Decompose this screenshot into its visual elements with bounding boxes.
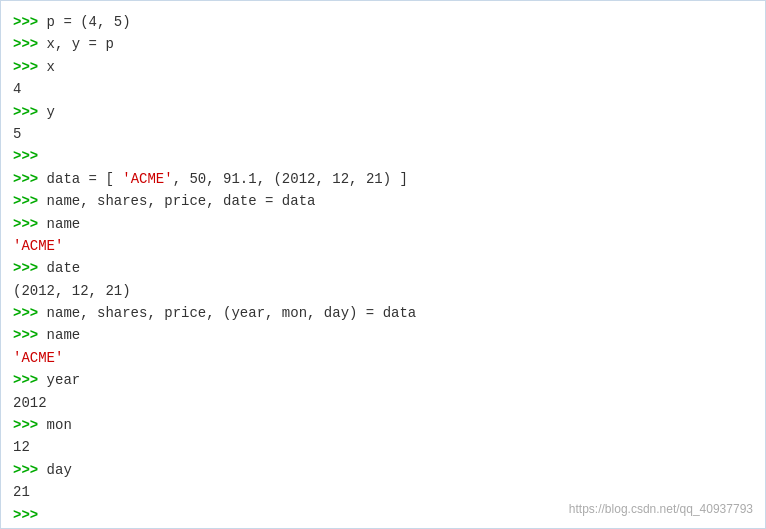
code-text: name, shares, price, date = data <box>47 193 316 209</box>
prompt: >>> <box>13 417 47 433</box>
terminal-line: >>> day <box>13 459 753 481</box>
prompt: >>> <box>13 193 47 209</box>
terminal-line: >>> x <box>13 56 753 78</box>
code-text: day <box>47 462 72 478</box>
string-literal: 'ACME' <box>122 171 172 187</box>
code-text: p = (4, 5) <box>47 14 131 30</box>
output-text: 5 <box>13 126 21 142</box>
prompt: >>> <box>13 507 47 523</box>
prompt: >>> <box>13 148 47 164</box>
prompt: >>> <box>13 372 47 388</box>
terminal-line: 'ACME' <box>13 347 753 369</box>
terminal-line: 'ACME' <box>13 235 753 257</box>
string-output: 'ACME' <box>13 350 63 366</box>
terminal-line: >>> mon <box>13 414 753 436</box>
output-text: 2012 <box>13 395 47 411</box>
code-text: name <box>47 216 81 232</box>
terminal-line: >>> <box>13 145 753 167</box>
terminal-line: 12 <box>13 436 753 458</box>
terminal-line: 2012 <box>13 392 753 414</box>
code-text: y <box>47 104 55 120</box>
code-text: data = [ <box>47 171 123 187</box>
prompt: >>> <box>13 462 47 478</box>
terminal-line: >>> name <box>13 324 753 346</box>
terminal-line: (2012, 12, 21) <box>13 280 753 302</box>
code-text: name, shares, price, (year, mon, day) = … <box>47 305 417 321</box>
terminal-line: >>> p = (4, 5) <box>13 11 753 33</box>
terminal-line: >>> name <box>13 213 753 235</box>
terminal-line: >>> x, y = p <box>13 33 753 55</box>
prompt: >>> <box>13 104 47 120</box>
string-output: 'ACME' <box>13 238 63 254</box>
prompt: >>> <box>13 260 47 276</box>
terminal-window: >>> p = (4, 5)>>> x, y = p>>> x4>>> y5>>… <box>0 0 766 529</box>
code-output: >>> p = (4, 5)>>> x, y = p>>> x4>>> y5>>… <box>13 11 753 526</box>
code-text: x <box>47 59 55 75</box>
terminal-line: >>> y <box>13 101 753 123</box>
code-text: year <box>47 372 81 388</box>
terminal-line: >>> data = [ 'ACME', 50, 91.1, (2012, 12… <box>13 168 753 190</box>
terminal-line: >>> name, shares, price, date = data <box>13 190 753 212</box>
prompt: >>> <box>13 14 47 30</box>
terminal-line: 5 <box>13 123 753 145</box>
prompt: >>> <box>13 59 47 75</box>
prompt: >>> <box>13 327 47 343</box>
terminal-line: 21 <box>13 481 753 503</box>
output-text: (2012, 12, 21) <box>13 283 131 299</box>
terminal-line: >>> date <box>13 257 753 279</box>
prompt: >>> <box>13 216 47 232</box>
code-text: , 50, 91.1, (2012, 12, 21) ] <box>173 171 408 187</box>
output-text: 12 <box>13 439 30 455</box>
terminal-line: 4 <box>13 78 753 100</box>
code-text: date <box>47 260 81 276</box>
prompt: >>> <box>13 36 47 52</box>
terminal-line: >>> year <box>13 369 753 391</box>
code-text: name <box>47 327 81 343</box>
output-text: 4 <box>13 81 21 97</box>
code-text: x, y = p <box>47 36 114 52</box>
watermark: https://blog.csdn.net/qq_40937793 <box>569 502 753 516</box>
terminal-line: >>> name, shares, price, (year, mon, day… <box>13 302 753 324</box>
prompt: >>> <box>13 171 47 187</box>
prompt: >>> <box>13 305 47 321</box>
output-text: 21 <box>13 484 30 500</box>
code-text: mon <box>47 417 72 433</box>
